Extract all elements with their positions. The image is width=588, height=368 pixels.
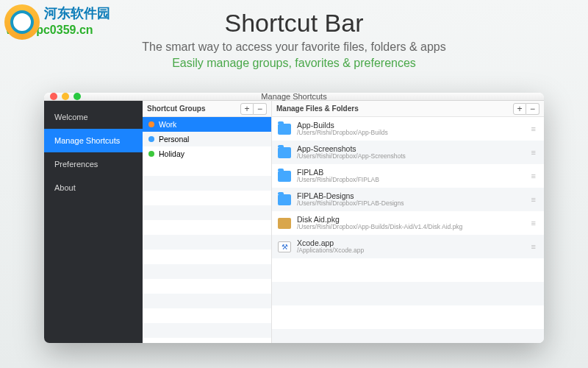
color-dot-icon <box>148 121 154 127</box>
app-icon: ⚒ <box>278 241 291 252</box>
sidebar-item-about[interactable]: About <box>44 176 143 199</box>
file-row[interactable]: FIPLAB /Users/Rishi/Dropbox/FIPLAB ≡ <box>272 164 544 188</box>
sidebar: Welcome Manage Shortcuts Preferences Abo… <box>44 101 143 343</box>
add-group-button[interactable]: + <box>240 103 254 115</box>
group-label: Personal <box>159 135 189 144</box>
watermark-logo <box>0 0 44 44</box>
drag-handle-icon[interactable]: ≡ <box>531 148 537 157</box>
window-title: Manage Shortcuts <box>44 93 544 101</box>
drag-handle-icon[interactable]: ≡ <box>531 195 537 204</box>
groups-list: Work Personal Holiday <box>143 117 271 343</box>
folder-icon <box>278 171 291 182</box>
close-button[interactable] <box>50 93 57 100</box>
drag-handle-icon[interactable]: ≡ <box>531 219 537 227</box>
groups-panel: Shortcut Groups + − Work Personal Holida <box>143 101 272 343</box>
hero-tagline: Easily manage groups, favorites & prefer… <box>0 57 588 70</box>
app-window: Manage Shortcuts Welcome Manage Shortcut… <box>44 93 544 343</box>
files-list: App-Builds /Users/Rishi/Dropbox/App-Buil… <box>272 117 544 343</box>
titlebar[interactable]: Manage Shortcuts <box>44 93 544 101</box>
file-path: /Users/Rishi/Dropbox/App-Builds <box>297 130 526 137</box>
package-icon <box>278 218 291 229</box>
files-panel: Manage Files & Folders + − App-Builds /U… <box>272 101 544 343</box>
files-header: Manage Files & Folders <box>276 105 359 113</box>
group-row-work[interactable]: Work <box>143 117 271 132</box>
group-label: Holiday <box>159 149 184 158</box>
file-path: /Users/Rishi/Dropbox/FIPLAB-Designs <box>297 200 526 208</box>
group-row-personal[interactable]: Personal <box>143 132 271 146</box>
hero-subtitle: The smart way to access your favorite fi… <box>0 40 588 54</box>
maximize-button[interactable] <box>74 93 81 100</box>
group-row-holiday[interactable]: Holiday <box>143 146 271 161</box>
folder-icon <box>278 147 291 158</box>
folder-icon <box>278 124 291 135</box>
color-dot-icon <box>148 136 154 142</box>
remove-file-button[interactable]: − <box>526 103 539 115</box>
color-dot-icon <box>148 151 154 157</box>
sidebar-item-preferences[interactable]: Preferences <box>44 152 143 176</box>
minimize-button[interactable] <box>62 93 69 100</box>
file-row[interactable]: FIPLAB-Designs /Users/Rishi/Dropbox/FIPL… <box>272 188 544 211</box>
file-path: /Users/Rishi/Dropbox/App-Screenshots <box>297 153 526 160</box>
watermark-text: 河东软件园 <box>44 4 110 22</box>
file-path: /Users/Rishi/Dropbox/FIPLAB <box>297 177 526 184</box>
remove-group-button[interactable]: − <box>254 103 267 115</box>
add-file-button[interactable]: + <box>513 103 526 115</box>
file-row[interactable]: Disk Aid.pkg /Users/Rishi/Dropbox/App-Bu… <box>272 211 544 235</box>
drag-handle-icon[interactable]: ≡ <box>531 171 537 180</box>
file-row[interactable]: App-Screenshots /Users/Rishi/Dropbox/App… <box>272 141 544 164</box>
file-row[interactable]: App-Builds /Users/Rishi/Dropbox/App-Buil… <box>272 117 544 141</box>
groups-header: Shortcut Groups <box>147 105 205 113</box>
folder-icon <box>278 194 291 205</box>
sidebar-item-welcome[interactable]: Welcome <box>44 105 143 129</box>
sidebar-item-manage-shortcuts[interactable]: Manage Shortcuts <box>44 129 143 152</box>
group-label: Work <box>159 120 176 129</box>
drag-handle-icon[interactable]: ≡ <box>531 242 537 251</box>
drag-handle-icon[interactable]: ≡ <box>531 124 537 133</box>
file-path: /Applications/Xcode.app <box>297 247 526 255</box>
file-path: /Users/Rishi/Dropbox/App-Builds/Disk-Aid… <box>297 224 526 231</box>
file-row[interactable]: ⚒ Xcode.app /Applications/Xcode.app ≡ <box>272 235 544 258</box>
